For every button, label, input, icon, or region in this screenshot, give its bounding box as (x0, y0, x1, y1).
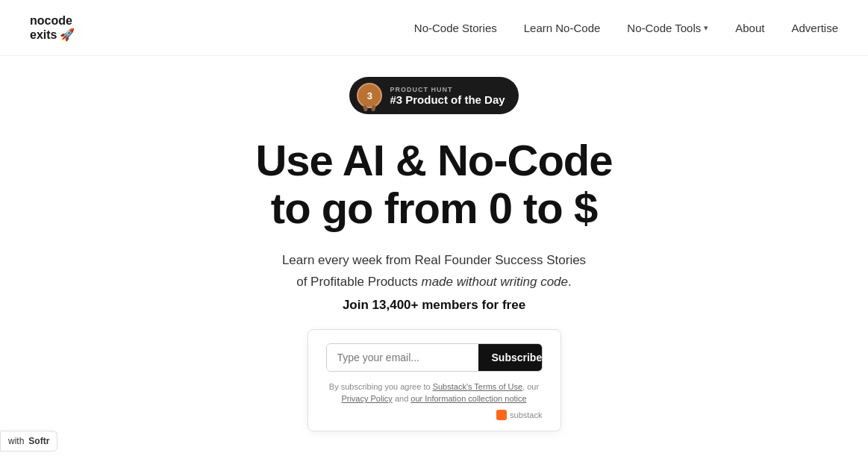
hero-subtitle-line1: Learn every week from Real Founder Succe… (282, 253, 586, 267)
softr-with-text: with (8, 436, 24, 446)
nav-learn-no-code[interactable]: Learn No-Code (524, 22, 601, 34)
ph-badge-text: PRODUCT HUNT #3 Product of the Day (390, 86, 505, 106)
nav-advertise[interactable]: Advertise (791, 22, 838, 34)
nav-no-code-tools[interactable]: No-Code Tools ▾ (627, 22, 708, 34)
chevron-down-icon: ▾ (704, 23, 708, 33)
hero-subtitle-italic: made without writing code (421, 275, 568, 289)
nav-no-code-stories[interactable]: No-Code Stories (414, 22, 497, 34)
main-nav: No-Code Stories Learn No-Code No-Code To… (414, 22, 838, 34)
ph-title: #3 Product of the Day (390, 93, 505, 106)
privacy-link[interactable]: Privacy Policy (341, 394, 392, 403)
substack-label: substack (510, 410, 542, 419)
email-input[interactable] (327, 344, 478, 371)
softr-badge: with Softr (0, 431, 57, 452)
softr-brand-name: Softr (28, 436, 49, 446)
hero-subtitle-line2-start: of Profitable Products (296, 275, 421, 289)
subscribe-button[interactable]: Subscribe (478, 344, 543, 371)
subscribe-fine-print: By subscribing you agree to Substack's T… (326, 381, 543, 405)
logo[interactable]: nocode exits 🚀 (30, 13, 75, 42)
ph-label: PRODUCT HUNT (390, 86, 505, 93)
hero-subtitle-end: . (568, 275, 572, 289)
terms-link[interactable]: Substack's Terms of Use (433, 382, 523, 391)
logo-emoji: 🚀 (60, 28, 75, 42)
logo-text-line2: exits (30, 28, 57, 42)
info-collection-link[interactable]: our Information collection notice (410, 394, 526, 403)
subscribe-form: Subscribe (326, 343, 543, 372)
logo-text-line1: nocode (30, 13, 75, 28)
substack-icon (496, 410, 507, 420)
fine-print-text1: By subscribing you agree to (329, 382, 433, 391)
hero-subtitle: Learn every week from Real Founder Succe… (282, 250, 586, 293)
subscribe-box: Subscribe By subscribing you agree to Su… (307, 329, 561, 431)
product-hunt-badge[interactable]: 3 PRODUCT HUNT #3 Product of the Day (349, 77, 518, 114)
hero-title-line2: to go from 0 to $ (271, 184, 597, 232)
ph-medal-icon: 3 (357, 83, 382, 108)
fine-print-text2: , our (522, 382, 539, 391)
hero-join-text: Join 13,400+ members for free (343, 298, 525, 313)
nav-about[interactable]: About (735, 22, 764, 34)
substack-branding: substack (326, 410, 543, 420)
hero-title-line1: Use AI & No-Code (255, 136, 612, 184)
fine-print-text3: and (393, 394, 410, 403)
site-header: nocode exits 🚀 No-Code Stories Learn No-… (0, 0, 868, 56)
nav-tools-label: No-Code Tools (627, 22, 701, 34)
hero-title: Use AI & No-Code to go from 0 to $ (255, 137, 612, 232)
main-content: 3 PRODUCT HUNT #3 Product of the Day Use… (0, 56, 868, 431)
